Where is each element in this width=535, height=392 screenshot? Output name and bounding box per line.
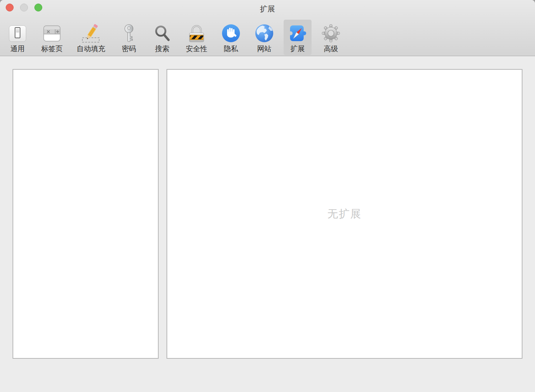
toolbar-item-autofill[interactable]: 自动填充 [72, 20, 110, 55]
toolbar-item-label: 扩展 [290, 44, 305, 53]
window-title: 扩展 [0, 4, 535, 14]
extensions-list[interactable] [13, 69, 159, 359]
toolbar-item-label: 隐私 [224, 44, 238, 53]
toolbar-item-general[interactable]: 通用 [4, 20, 32, 55]
toolbar-item-privacy[interactable]: 隐私 [217, 20, 245, 55]
toolbar-item-label: 标签页 [41, 44, 63, 53]
toolbar-item-label: 密码 [122, 44, 136, 53]
toolbar-item-search[interactable]: 搜索 [148, 20, 176, 55]
toolbar-item-advanced[interactable]: 高级 [317, 20, 345, 55]
autofill-icon [81, 24, 101, 43]
toolbar-item-websites[interactable]: 网站 [250, 20, 278, 55]
toolbar-item-tabs[interactable]: 标签页 [37, 20, 67, 55]
toolbar-item-label: 搜索 [155, 44, 169, 53]
titlebar-toolbar: 扩展 [0, 0, 535, 56]
no-extensions-message: 无扩展 [327, 207, 362, 221]
security-icon [187, 24, 206, 43]
extensions-icon [288, 24, 307, 43]
toolbar-item-label: 自动填充 [77, 44, 105, 53]
toolbar-item-extensions[interactable]: 扩展 [284, 20, 312, 55]
password-icon [119, 24, 139, 43]
extension-detail-panel: 无扩展 [167, 69, 522, 359]
toolbar-item-passwords[interactable]: 密码 [115, 20, 143, 55]
preferences-toolbar: 通用 [4, 20, 345, 55]
toolbar-item-label: 通用 [10, 44, 25, 53]
general-icon [8, 24, 27, 43]
toolbar-item-security[interactable]: 安全性 [182, 20, 212, 55]
privacy-icon [221, 24, 241, 43]
toolbar-item-label: 网站 [257, 44, 271, 53]
preferences-window: 扩展 [0, 0, 535, 392]
content-area: 无扩展 更多扩展... ? [0, 57, 535, 392]
search-icon [153, 24, 172, 43]
toolbar-item-label: 高级 [324, 44, 338, 53]
advanced-icon [321, 24, 341, 43]
toolbar-item-label: 安全性 [186, 44, 207, 53]
tabs-icon [42, 24, 62, 43]
websites-icon [255, 24, 274, 43]
